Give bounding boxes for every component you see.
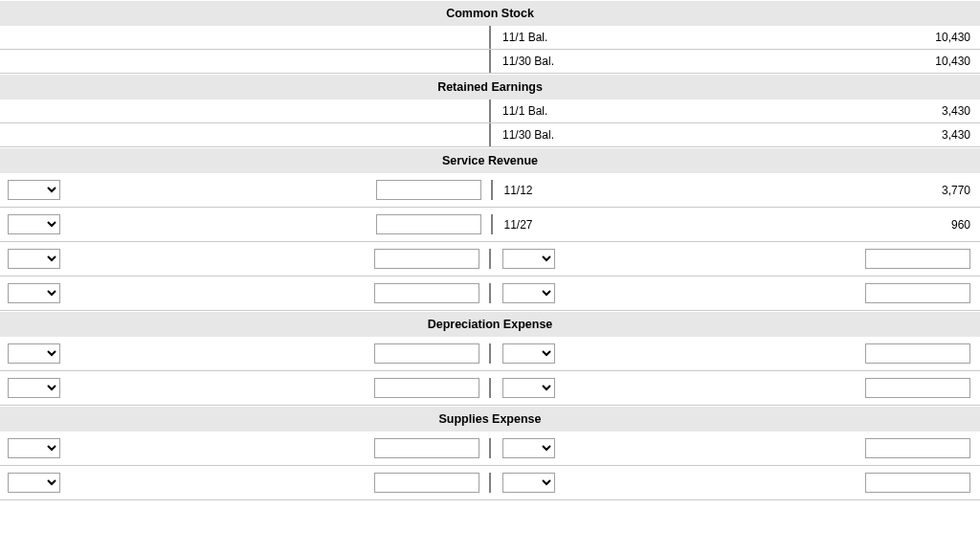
debit-amount-cell bbox=[369, 123, 489, 146]
debit-amount-cell bbox=[367, 283, 489, 303]
debit-amount-cell bbox=[367, 378, 489, 398]
ledger-row bbox=[0, 466, 980, 500]
credit-date-label: 11/30 Bal. bbox=[502, 55, 554, 68]
debit-amount-cell bbox=[369, 50, 489, 73]
debit-date-select[interactable] bbox=[8, 438, 60, 458]
credit-amount-value: 960 bbox=[951, 218, 970, 232]
debit-amount-input[interactable] bbox=[376, 214, 481, 234]
credit-date-cell: 11/30 Bal. bbox=[491, 123, 572, 146]
ledger-row bbox=[0, 337, 980, 371]
debit-amount-input[interactable] bbox=[374, 343, 479, 364]
account-header: Depreciation Expense bbox=[0, 311, 980, 337]
credit-amount-cell bbox=[858, 343, 980, 364]
debit-amount-input[interactable] bbox=[374, 473, 479, 493]
credit-amount-cell: 3,770 bbox=[860, 180, 980, 200]
credit-amount-input[interactable] bbox=[865, 438, 970, 458]
credit-date-cell bbox=[491, 473, 572, 493]
account-header: Supplies Expense bbox=[0, 406, 980, 431]
credit-date-cell bbox=[491, 249, 572, 269]
credit-amount-cell bbox=[858, 249, 980, 269]
credit-date-cell: 11/1 Bal. bbox=[491, 26, 572, 49]
credit-amount-cell: 3,430 bbox=[860, 123, 980, 146]
account-header: Retained Earnings bbox=[0, 74, 980, 100]
ledger-row: 11/1 Bal.10,430 bbox=[0, 26, 980, 50]
credit-amount-value: 3,770 bbox=[942, 184, 970, 197]
credit-amount-value: 10,430 bbox=[935, 31, 970, 44]
debit-date-select[interactable] bbox=[8, 180, 60, 200]
debit-date-select[interactable] bbox=[8, 343, 60, 364]
credit-amount-input[interactable] bbox=[865, 249, 970, 269]
credit-date-cell bbox=[491, 438, 572, 458]
credit-date-label: 11/30 Bal. bbox=[502, 128, 554, 142]
credit-amount-cell bbox=[858, 378, 980, 398]
credit-date-select[interactable] bbox=[502, 438, 555, 458]
debit-date-cell bbox=[0, 50, 81, 73]
ledger-row bbox=[0, 431, 980, 466]
debit-amount-input[interactable] bbox=[374, 438, 479, 458]
credit-amount-cell: 10,430 bbox=[860, 26, 980, 49]
debit-amount-input[interactable] bbox=[374, 283, 479, 303]
debit-amount-cell bbox=[369, 100, 489, 122]
credit-amount-input[interactable] bbox=[865, 283, 970, 303]
credit-date-cell: 11/30 Bal. bbox=[491, 50, 572, 73]
credit-date-cell bbox=[491, 343, 572, 364]
credit-date-select[interactable] bbox=[502, 249, 555, 269]
credit-date-cell: 11/12 bbox=[493, 180, 574, 200]
debit-amount-cell bbox=[369, 26, 489, 49]
debit-date-cell bbox=[0, 100, 81, 122]
credit-amount-input[interactable] bbox=[865, 473, 970, 493]
credit-amount-input[interactable] bbox=[865, 343, 970, 364]
debit-date-cell bbox=[0, 214, 81, 234]
ledger-row: 11/123,770 bbox=[0, 173, 980, 208]
debit-amount-cell bbox=[367, 473, 489, 493]
credit-date-select[interactable] bbox=[502, 343, 555, 364]
credit-amount-cell: 10,430 bbox=[860, 50, 980, 73]
ledger-row: 11/30 Bal.3,430 bbox=[0, 123, 980, 147]
debit-amount-cell bbox=[367, 343, 489, 364]
credit-amount-input[interactable] bbox=[865, 378, 970, 398]
debit-date-cell bbox=[0, 180, 81, 200]
credit-date-cell: 11/27 bbox=[493, 214, 574, 234]
debit-date-cell bbox=[0, 249, 81, 269]
debit-date-cell bbox=[0, 378, 81, 398]
ledger-row bbox=[0, 242, 980, 276]
credit-amount-cell: 3,430 bbox=[860, 100, 980, 122]
ledger-row bbox=[0, 371, 980, 406]
credit-date-cell bbox=[491, 378, 572, 398]
debit-amount-cell bbox=[367, 249, 489, 269]
credit-date-select[interactable] bbox=[502, 473, 555, 493]
debit-date-cell bbox=[0, 438, 81, 458]
credit-amount-value: 3,430 bbox=[942, 128, 970, 142]
credit-date-cell: 11/1 Bal. bbox=[491, 100, 572, 122]
debit-amount-cell bbox=[368, 214, 491, 234]
credit-amount-cell bbox=[858, 438, 980, 458]
credit-date-select[interactable] bbox=[502, 283, 555, 303]
credit-amount-cell: 960 bbox=[860, 214, 980, 234]
debit-date-select[interactable] bbox=[8, 473, 60, 493]
ledger-row: 11/1 Bal.3,430 bbox=[0, 100, 980, 123]
ledger-row bbox=[0, 276, 980, 311]
credit-date-select[interactable] bbox=[502, 378, 555, 398]
account-header: Service Revenue bbox=[0, 147, 980, 173]
credit-amount-cell bbox=[858, 473, 980, 493]
debit-date-cell bbox=[0, 26, 81, 49]
debit-date-select[interactable] bbox=[8, 378, 60, 398]
credit-amount-cell bbox=[858, 283, 980, 303]
debit-amount-cell bbox=[368, 180, 491, 200]
credit-date-label: 11/27 bbox=[504, 218, 533, 232]
debit-amount-input[interactable] bbox=[374, 378, 479, 398]
credit-date-label: 11/1 Bal. bbox=[502, 31, 547, 44]
debit-amount-input[interactable] bbox=[374, 249, 479, 269]
debit-date-select[interactable] bbox=[8, 249, 60, 269]
credit-date-cell bbox=[491, 283, 572, 303]
debit-date-select[interactable] bbox=[8, 283, 60, 303]
ledger-row: 11/27960 bbox=[0, 208, 980, 242]
debit-date-cell bbox=[0, 283, 81, 303]
credit-amount-value: 3,430 bbox=[942, 104, 970, 118]
credit-amount-value: 10,430 bbox=[935, 55, 970, 68]
ledger-row: 11/30 Bal.10,430 bbox=[0, 50, 980, 74]
debit-date-cell bbox=[0, 343, 81, 364]
account-header: Common Stock bbox=[0, 0, 980, 26]
debit-date-select[interactable] bbox=[8, 214, 60, 234]
debit-amount-input[interactable] bbox=[376, 180, 481, 200]
